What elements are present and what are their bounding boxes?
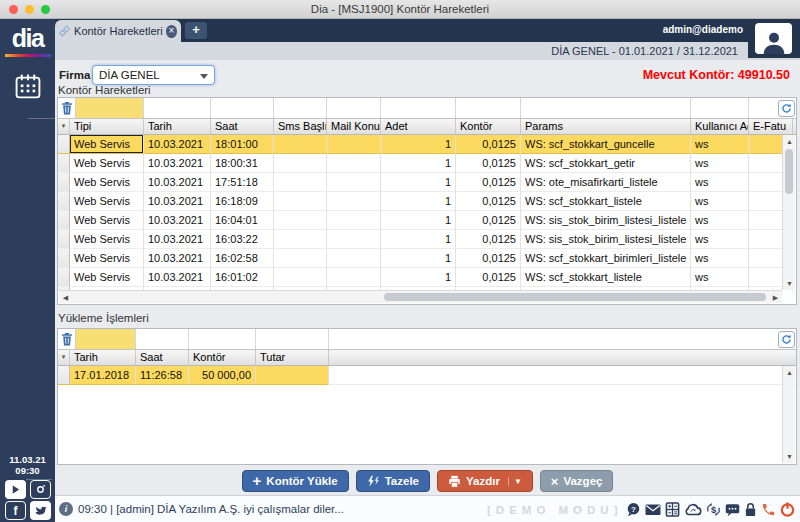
tazele-button[interactable]: Tazele bbox=[356, 470, 430, 492]
delete-trash-icon[interactable] bbox=[58, 98, 76, 118]
filter-cell[interactable] bbox=[381, 98, 456, 118]
filter-cell[interactable] bbox=[136, 329, 189, 349]
column-header[interactable]: Saat bbox=[136, 350, 189, 365]
table-cell[interactable]: 0,0125 bbox=[456, 154, 521, 173]
filter-cell[interactable] bbox=[76, 329, 136, 349]
table-cell[interactable] bbox=[274, 173, 327, 192]
vertical-scrollbar[interactable]: ▲ ▼ bbox=[782, 366, 795, 463]
table-cell[interactable]: 0,0125 bbox=[456, 249, 521, 268]
row-selector[interactable] bbox=[58, 230, 70, 249]
new-tab-button[interactable]: + bbox=[185, 22, 207, 39]
table-row[interactable]: Web Servis10.03.202118:01:0010,0125WS: s… bbox=[58, 135, 796, 154]
row-selector[interactable] bbox=[58, 135, 70, 154]
tab-close-icon[interactable]: × bbox=[166, 25, 177, 38]
cloud-sync-icon[interactable] bbox=[684, 502, 702, 516]
row-selector[interactable] bbox=[58, 211, 70, 230]
table-cell[interactable]: Web Servis bbox=[70, 192, 144, 211]
table-cell[interactable]: 10.03.2021 bbox=[144, 211, 211, 230]
table-cell[interactable]: WS: sis_stok_birim_listesi_listele bbox=[521, 230, 691, 249]
table-cell[interactable]: Web Servis bbox=[70, 249, 144, 268]
column-header[interactable]: E-Fatu bbox=[749, 119, 793, 134]
table-cell[interactable]: ws bbox=[691, 230, 749, 249]
column-header[interactable]: Tarih bbox=[70, 350, 136, 365]
table-cell[interactable]: Web Servis bbox=[70, 268, 144, 287]
table-cell[interactable]: 1 bbox=[381, 135, 456, 154]
table-cell[interactable]: WS: scf_stokkart_birimleri_listele bbox=[521, 249, 691, 268]
kontor-yukle-button[interactable]: + Kontör Yükle bbox=[242, 470, 349, 492]
table-cell[interactable] bbox=[274, 211, 327, 230]
table-cell[interactable]: 10.03.2021 bbox=[144, 249, 211, 268]
mail-icon[interactable] bbox=[645, 502, 661, 517]
filter-cell[interactable] bbox=[456, 98, 521, 118]
table-cell[interactable]: 1 bbox=[381, 211, 456, 230]
column-header[interactable]: Tipi bbox=[70, 119, 144, 134]
calendar-icon[interactable] bbox=[13, 73, 43, 104]
filter-cell[interactable] bbox=[521, 98, 691, 118]
filter-cell[interactable] bbox=[189, 329, 256, 349]
table-cell[interactable]: 10.03.2021 bbox=[144, 154, 211, 173]
table-cell[interactable]: ws bbox=[691, 173, 749, 192]
table-cell[interactable] bbox=[327, 173, 381, 192]
table-cell[interactable] bbox=[274, 230, 327, 249]
filter-cell[interactable] bbox=[274, 98, 327, 118]
yazdir-button[interactable]: Yazdır ▼ bbox=[437, 470, 533, 492]
column-chooser[interactable]: ▾ bbox=[58, 119, 70, 134]
firma-select[interactable]: DİA GENEL bbox=[92, 65, 215, 85]
avatar[interactable] bbox=[755, 23, 792, 54]
table-cell[interactable]: 10.03.2021 bbox=[144, 135, 211, 154]
table-cell[interactable]: ws bbox=[691, 249, 749, 268]
power-icon[interactable] bbox=[780, 502, 795, 517]
table-cell[interactable]: 18:00:31 bbox=[211, 154, 274, 173]
table-cell[interactable]: 10.03.2021 bbox=[144, 192, 211, 211]
table-cell[interactable]: 16:04:01 bbox=[211, 211, 274, 230]
table-cell[interactable]: ws bbox=[691, 192, 749, 211]
row-selector[interactable] bbox=[58, 366, 70, 385]
table-row[interactable]: Web Servis10.03.202116:04:0110,0125WS: s… bbox=[58, 211, 796, 230]
table-cell[interactable] bbox=[327, 211, 381, 230]
table-cell[interactable]: WS: scf_stokkart_listele bbox=[521, 192, 691, 211]
filter-cell[interactable] bbox=[691, 98, 749, 118]
table-cell[interactable]: ws bbox=[691, 268, 749, 287]
table-cell[interactable]: 10.03.2021 bbox=[144, 230, 211, 249]
table-cell[interactable]: 0,0125 bbox=[456, 192, 521, 211]
table-cell[interactable] bbox=[327, 154, 381, 173]
refresh-icon[interactable] bbox=[778, 331, 795, 348]
row-selector[interactable] bbox=[58, 154, 70, 173]
currency-exchange-icon[interactable]: $ bbox=[706, 502, 721, 517]
table-cell[interactable] bbox=[256, 366, 329, 385]
table-cell[interactable]: WS: scf_stokkart_getir bbox=[521, 154, 691, 173]
table-cell[interactable]: WS: sis_stok_birim_listesi_listele bbox=[521, 211, 691, 230]
table-cell[interactable]: 16:01:02 bbox=[211, 268, 274, 287]
table-cell[interactable]: 16:03:22 bbox=[211, 230, 274, 249]
table-row[interactable]: Web Servis10.03.202117:51:1810,0125WS: o… bbox=[58, 173, 796, 192]
filter-cell[interactable] bbox=[211, 98, 274, 118]
table-cell[interactable]: 0,0125 bbox=[456, 173, 521, 192]
table-cell[interactable]: ws bbox=[691, 211, 749, 230]
row-selector[interactable] bbox=[58, 192, 70, 211]
column-header[interactable]: Adet bbox=[381, 119, 456, 134]
row-selector[interactable] bbox=[58, 173, 70, 192]
table-cell[interactable] bbox=[327, 135, 381, 154]
column-header[interactable]: Kontör bbox=[189, 350, 256, 365]
table-cell[interactable]: ws bbox=[691, 135, 749, 154]
table-row[interactable]: Web Servis10.03.202116:18:0910,0125WS: s… bbox=[58, 192, 796, 211]
table-cell[interactable] bbox=[327, 249, 381, 268]
table-cell[interactable]: 16:18:09 bbox=[211, 192, 274, 211]
table-cell[interactable]: 1 bbox=[381, 249, 456, 268]
table-cell[interactable] bbox=[274, 192, 327, 211]
filter-cell[interactable] bbox=[256, 329, 329, 349]
phone-icon[interactable] bbox=[761, 502, 776, 517]
youtube-icon[interactable] bbox=[5, 480, 26, 499]
column-header[interactable]: Tutar bbox=[256, 350, 329, 365]
table-cell[interactable]: Web Servis bbox=[70, 211, 144, 230]
table-cell[interactable]: 1 bbox=[381, 173, 456, 192]
table-cell[interactable]: WS: ote_misafirkarti_listele bbox=[521, 173, 691, 192]
help-icon[interactable]: ? bbox=[626, 502, 641, 517]
instagram-icon[interactable] bbox=[30, 480, 51, 499]
table-cell[interactable]: 18:01:00 bbox=[211, 135, 274, 154]
vazgec-button[interactable]: × Vazgeç bbox=[540, 470, 614, 492]
column-header[interactable]: Mail Konu bbox=[327, 119, 381, 134]
table-cell[interactable]: 17:51:18 bbox=[211, 173, 274, 192]
column-header[interactable]: Params bbox=[521, 119, 691, 134]
table-row[interactable]: Web Servis10.03.202116:02:5810,0125WS: s… bbox=[58, 249, 796, 268]
